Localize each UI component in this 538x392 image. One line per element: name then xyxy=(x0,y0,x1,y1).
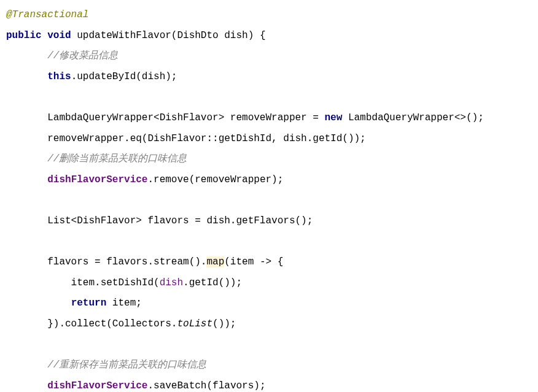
method-call: .remove(removeWrapper); xyxy=(147,174,283,185)
method-call: removeWrapper.eq(DishFlavor::getDishId, … xyxy=(6,133,366,144)
method-signature: updateWithFlavor(DishDto dish) { xyxy=(71,30,266,41)
keyword-return: return xyxy=(71,298,107,309)
blank-line xyxy=(6,232,533,253)
code-line-14: item.setDishId(dish.getId()); xyxy=(6,273,533,294)
code-line-2: public void updateWithFlavor(DishDto dis… xyxy=(6,26,533,47)
code-line-15: return item; xyxy=(6,293,533,314)
code-line-3: //修改菜品信息 xyxy=(6,46,533,67)
code-line-19: dishFlavorService.saveBatch(flavors); xyxy=(6,376,533,392)
code-block: @Transactional public void updateWithFla… xyxy=(6,5,533,392)
var-decl: LambdaQueryWrapper<DishFlavor> removeWra… xyxy=(6,112,324,123)
field-ref: dishFlavorService xyxy=(47,380,147,391)
var-decl: List<DishFlavor> flavors = dish.getFlavo… xyxy=(6,215,313,226)
method-call: .saveBatch(flavors); xyxy=(147,380,265,391)
keyword-this: this xyxy=(47,71,71,82)
keyword-new: new xyxy=(324,112,342,123)
code-line-1: @Transactional xyxy=(6,5,533,26)
blank-line xyxy=(6,87,533,108)
blank-line xyxy=(6,335,533,356)
blank-line xyxy=(6,190,533,211)
highlighted-map: map xyxy=(206,256,224,267)
code-line-18: //重新保存当前菜品关联的口味信息 xyxy=(6,355,533,376)
code-line-16: }).collect(Collectors.toList()); xyxy=(6,314,533,335)
comment: //修改菜品信息 xyxy=(47,50,118,61)
code-line-4: this.updateById(dish); xyxy=(6,67,533,88)
keyword-public: public xyxy=(6,30,42,41)
field-ref: dishFlavorService xyxy=(47,174,147,185)
code-line-7: removeWrapper.eq(DishFlavor::getDishId, … xyxy=(6,129,533,150)
code-line-6: LambdaQueryWrapper<DishFlavor> removeWra… xyxy=(6,108,533,129)
comment: //删除当前菜品关联的口味信息 xyxy=(47,153,187,164)
code-line-8: //删除当前菜品关联的口味信息 xyxy=(6,149,533,170)
code-line-11: List<DishFlavor> flavors = dish.getFlavo… xyxy=(6,211,533,232)
comment: //重新保存当前菜品关联的口味信息 xyxy=(47,359,206,371)
param-ref: dish xyxy=(160,277,183,288)
code-line-9: dishFlavorService.remove(removeWrapper); xyxy=(6,170,533,191)
code-line-13: flavors = flavors.stream().map(item -> { xyxy=(6,252,533,273)
annotation: @Transactional xyxy=(6,9,88,20)
static-method: toList xyxy=(177,318,212,329)
keyword-void: void xyxy=(47,30,71,41)
method-call: .updateById(dish); xyxy=(71,71,177,82)
